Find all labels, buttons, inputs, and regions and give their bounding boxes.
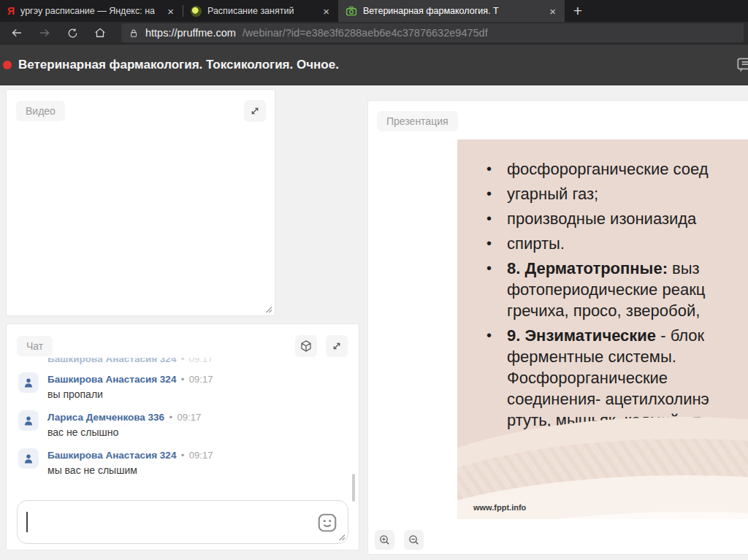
new-tab-button[interactable]: + — [565, 0, 591, 22]
text-cursor — [26, 512, 28, 532]
chat-message-list[interactable]: Башкирова Анастасия 324 • 09:17 Башкиров… — [7, 358, 351, 504]
sender-name[interactable]: Лариса Демченкова 336 — [47, 412, 164, 423]
video-panel: Видео — [6, 89, 275, 316]
resize-handle-icon[interactable] — [338, 534, 346, 541]
chat-message: Башкирова Анастасия 324 • 09:17 вы пропа… — [7, 367, 351, 404]
url-path: /webinar/?id=e38e3f6288aeb6e4c37876632e9… — [243, 27, 488, 39]
tab-title: Расписание занятий — [207, 6, 294, 16]
sender-name[interactable]: Башкирова Анастасия 324 — [47, 374, 176, 385]
browser-toolbar: https://pruffme.com/webinar/?id=e38e3f62… — [0, 22, 748, 44]
message-time: 09:17 — [189, 450, 213, 461]
home-icon[interactable] — [88, 23, 112, 42]
address-bar[interactable]: https://pruffme.com/webinar/?id=e38e3f62… — [121, 23, 744, 42]
slide-bullet: • спирты. — [486, 233, 748, 254]
schedule-site-icon — [191, 6, 202, 17]
expand-chat-button[interactable] — [326, 335, 348, 357]
tab-title: Ветеринарная фармакология. Т — [363, 6, 499, 16]
chat-message: Лариса Демченкова 336 • 09:17 вас не слы… — [7, 404, 351, 442]
zoom-in-button[interactable] — [375, 530, 394, 550]
message-text: вы пропали — [47, 388, 213, 400]
cube-icon[interactable] — [295, 335, 317, 357]
close-icon[interactable]: × — [166, 6, 175, 17]
slide-bullet: • фосфорорганические соед — [486, 158, 748, 180]
forward-icon[interactable] — [32, 23, 57, 42]
clipped-message: Башкирова Анастасия 324 • 09:17 — [7, 358, 351, 367]
slide-bullet: • угарный газ; — [486, 183, 748, 204]
video-panel-label: Видео — [16, 101, 65, 121]
presentation-panel-label: Презентация — [377, 111, 458, 131]
emoji-icon[interactable] — [316, 511, 339, 534]
message-time: 09:17 — [189, 374, 213, 385]
webinar-camera-icon — [346, 5, 357, 17]
sender-name[interactable]: Башкирова Анастасия 324 — [47, 450, 176, 461]
chat-message: Башкирова Анастасия 324 • 09:17 мы вас н… — [7, 442, 351, 480]
presentation-panel: Презентация • фосфорорганические соед • … — [367, 100, 748, 555]
chat-panel: Чат Башкирова Анастасия 324 • 09:17 Башк… — [6, 323, 359, 551]
expand-video-button[interactable] — [244, 100, 266, 122]
person-icon — [18, 410, 39, 431]
slide-footer-watermark: www.fppt.info — [473, 503, 526, 512]
webinar-header: Ветеринарная фармакология. Токсикология.… — [0, 44, 748, 85]
webinar-title: Ветеринарная фармакология. Токсикология.… — [18, 58, 339, 72]
speech-bubble-icon[interactable] — [736, 55, 748, 74]
person-icon — [18, 448, 39, 469]
reload-icon[interactable] — [60, 23, 85, 42]
tab-yandex-search[interactable]: Я ургэу расписание — Яндекс: на × — [0, 0, 183, 22]
slide-bullet-list: • фосфорорганические соед • угарный газ;… — [457, 139, 748, 452]
url-host: https://pruffme.com — [145, 27, 236, 39]
close-icon[interactable]: × — [548, 6, 557, 17]
chat-message-input[interactable] — [17, 500, 348, 544]
person-icon — [18, 372, 39, 393]
chat-scrollbar[interactable] — [352, 474, 355, 502]
message-text: вас не слышно — [47, 426, 201, 438]
presentation-slide: • фосфорорганические соед • угарный газ;… — [457, 139, 748, 519]
tab-title: ургэу расписание — Яндекс: на — [20, 6, 155, 16]
browser-tab-bar: Я ургэу расписание — Яндекс: на × Распис… — [0, 0, 748, 22]
tab-schedule[interactable]: Расписание занятий × — [183, 0, 338, 22]
close-icon[interactable]: × — [321, 6, 331, 17]
chat-panel-label: Чат — [17, 336, 53, 356]
webinar-room: Видео Чат Башкирова Анастасия 324 • 09:1… — [0, 85, 748, 560]
yandex-icon: Я — [7, 5, 15, 17]
back-icon[interactable] — [4, 23, 29, 42]
zoom-out-button[interactable] — [404, 530, 424, 550]
message-text: мы вас не слышим — [47, 464, 213, 476]
slide-bullet: • производные изониазида — [486, 208, 748, 229]
slide-bullet: • 8. Дерматотропные: выз фотопериодическ… — [486, 258, 748, 321]
resize-handle-icon[interactable] — [265, 306, 272, 313]
lock-icon — [129, 28, 139, 39]
recording-dot-icon — [3, 61, 12, 69]
message-time: 09:17 — [178, 412, 202, 423]
tab-webinar-active[interactable]: Ветеринарная фармакология. Т × — [338, 0, 565, 22]
